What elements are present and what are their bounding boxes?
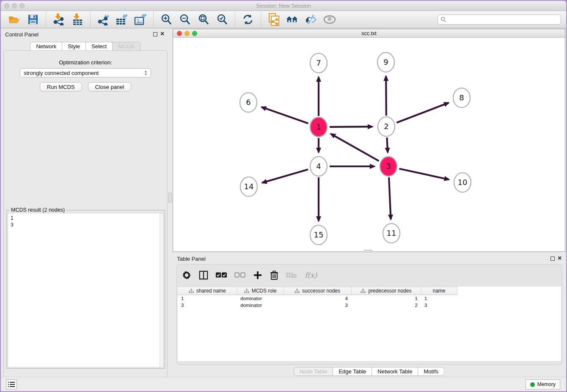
import-table-icon[interactable] — [71, 13, 84, 26]
table-row[interactable]: 1dominator411 — [178, 295, 457, 302]
node-10[interactable]: 10 — [454, 173, 471, 192]
cell-shared-name[interactable]: 3 — [178, 302, 237, 309]
edge-3-10[interactable] — [399, 169, 449, 179]
edge-2-9[interactable] — [386, 76, 386, 116]
column-header-successor-nodes[interactable]: successor nodes — [284, 287, 351, 295]
result-scrollbar[interactable] — [160, 213, 163, 367]
eye-disabled-icon[interactable] — [323, 13, 336, 26]
criterion-value: strongly connected component — [24, 70, 99, 76]
zoom-fit-icon[interactable] — [197, 13, 210, 26]
export-table-icon[interactable] — [116, 13, 128, 26]
table-row[interactable]: 3dominator323 — [178, 302, 457, 309]
float-panel-icon[interactable] — [153, 32, 157, 36]
export-image-icon[interactable] — [134, 13, 147, 26]
edge-1-2[interactable] — [330, 127, 372, 127]
cell-MCDS-role[interactable]: dominator — [237, 295, 284, 302]
import-network-icon[interactable] — [52, 13, 65, 26]
column-header-name[interactable]: name — [421, 287, 457, 295]
tab-select[interactable]: Select — [86, 42, 113, 51]
cell-predecessor-nodes[interactable]: 2 — [351, 302, 421, 309]
node-15[interactable]: 15 — [310, 225, 327, 245]
vertical-splitter-handle[interactable] — [168, 193, 172, 203]
horizontal-splitter-handle[interactable] — [364, 250, 372, 252]
node-3[interactable]: 3 — [380, 157, 397, 176]
refresh-layout-icon[interactable] — [242, 13, 254, 26]
run-mcds-button[interactable]: Run MCDS — [40, 82, 82, 91]
select-all-icon[interactable] — [216, 272, 227, 278]
status-bar: Memory — [1, 377, 566, 391]
list-icon — [8, 381, 15, 387]
zoom-in-icon[interactable] — [160, 13, 173, 26]
cell-predecessor-nodes[interactable]: 1 — [351, 295, 421, 302]
criterion-dropdown[interactable]: strongly connected component ▲▼ — [20, 68, 151, 77]
tab-mcds[interactable]: MCDS — [113, 42, 140, 51]
network-canvas[interactable]: 7968124314101511 — [173, 38, 565, 252]
node-11[interactable]: 11 — [383, 224, 400, 243]
cell-shared-name[interactable]: 1 — [178, 295, 237, 302]
node-7[interactable]: 7 — [310, 53, 327, 73]
node-2[interactable]: 2 — [378, 117, 395, 136]
column-header-shared-name[interactable]: shared name — [178, 287, 237, 295]
search-box[interactable] — [438, 14, 561, 25]
toolbar-separator — [46, 12, 46, 27]
edge-4-14[interactable] — [262, 169, 308, 183]
svg-text:14: 14 — [244, 182, 254, 191]
cell-successor-nodes[interactable]: 3 — [284, 302, 351, 309]
title-bar: Session: New Session — [1, 1, 566, 11]
toolbar-separator — [153, 12, 154, 27]
close-panel-icon[interactable]: × — [160, 30, 164, 38]
save-session-icon[interactable] — [27, 13, 39, 26]
task-history-button[interactable] — [6, 379, 17, 389]
mcds-result-list[interactable]: 13 — [8, 213, 164, 367]
table-tabs: Node TableEdge TableNetwork TableMotifs — [173, 367, 565, 376]
tab-motifs[interactable]: Motifs — [418, 367, 444, 376]
mcds-result-title: MCDS result (2 nodes) — [9, 207, 66, 213]
add-row-icon[interactable] — [253, 271, 262, 280]
edge-3-11[interactable] — [389, 177, 391, 219]
tab-network[interactable]: Network — [30, 42, 62, 51]
home-layout-icon[interactable] — [286, 13, 299, 26]
close-panel-button[interactable]: Close panel — [88, 82, 132, 91]
node-9[interactable]: 9 — [377, 52, 394, 72]
table-panel-header: Table Panel × — [173, 253, 565, 264]
edge-1-6[interactable] — [261, 107, 308, 124]
tab-style[interactable]: Style — [62, 42, 86, 51]
cell-successor-nodes[interactable]: 4 — [284, 295, 351, 302]
toolbar-separator — [235, 12, 235, 27]
node-14[interactable]: 14 — [240, 177, 257, 196]
tab-edge-table[interactable]: Edge Table — [333, 367, 372, 376]
edge-2-3[interactable] — [387, 138, 388, 152]
app-window: Session: New Session Control Panel × Net… — [1, 1, 566, 391]
memory-button[interactable]: Memory — [526, 379, 560, 389]
split-view-icon[interactable] — [199, 271, 208, 280]
float-table-panel-icon[interactable] — [550, 257, 555, 261]
hide-panels-icon[interactable] — [305, 13, 317, 26]
zoom-selected-icon[interactable] — [216, 13, 228, 26]
chevron-updown-icon: ▲▼ — [144, 70, 147, 76]
node-1[interactable]: 1 — [310, 117, 327, 137]
column-header-predecessor-nodes[interactable]: predecessor nodes — [351, 287, 421, 295]
table-panel: Table Panel × f(x) shared nameMCDS roles… — [173, 253, 565, 378]
search-input[interactable] — [446, 17, 561, 22]
node-6[interactable]: 6 — [240, 93, 257, 112]
column-header-MCDS-role[interactable]: MCDS role — [237, 287, 284, 295]
zoom-out-icon[interactable] — [179, 13, 191, 26]
close-table-panel-icon[interactable]: × — [558, 254, 561, 262]
svg-text:2: 2 — [384, 122, 388, 131]
node-4[interactable]: 4 — [310, 157, 327, 176]
node-8[interactable]: 8 — [453, 88, 470, 108]
svg-text:15: 15 — [314, 230, 324, 239]
edge-2-8[interactable] — [396, 103, 449, 123]
cell-name[interactable]: 3 — [421, 302, 457, 309]
tab-node-table[interactable]: Node Table — [294, 367, 333, 376]
delete-row-icon[interactable] — [270, 271, 278, 280]
clone-network-icon[interactable] — [267, 13, 280, 26]
edge-3-1[interactable] — [331, 134, 379, 161]
tab-network-table[interactable]: Network Table — [372, 367, 418, 376]
open-session-icon[interactable] — [8, 13, 21, 26]
cell-name[interactable]: 1 — [421, 295, 457, 302]
deselect-all-icon[interactable] — [234, 272, 245, 278]
settings-icon[interactable] — [182, 271, 191, 280]
cell-MCDS-role[interactable]: dominator — [237, 302, 284, 309]
export-network-icon[interactable] — [97, 13, 110, 26]
